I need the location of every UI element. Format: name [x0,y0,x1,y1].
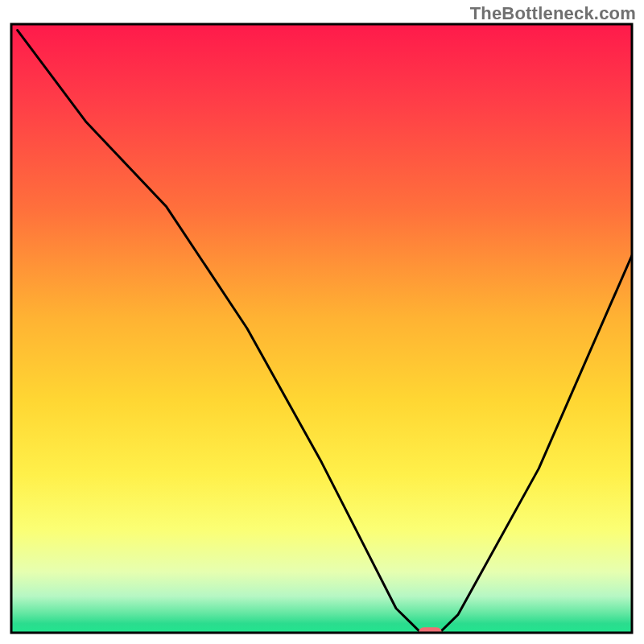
chart-container: TheBottleneck.com [0,0,644,644]
watermark-label: TheBottleneck.com [470,3,636,24]
gradient-background [11,24,632,633]
bottleneck-chart [0,0,644,644]
